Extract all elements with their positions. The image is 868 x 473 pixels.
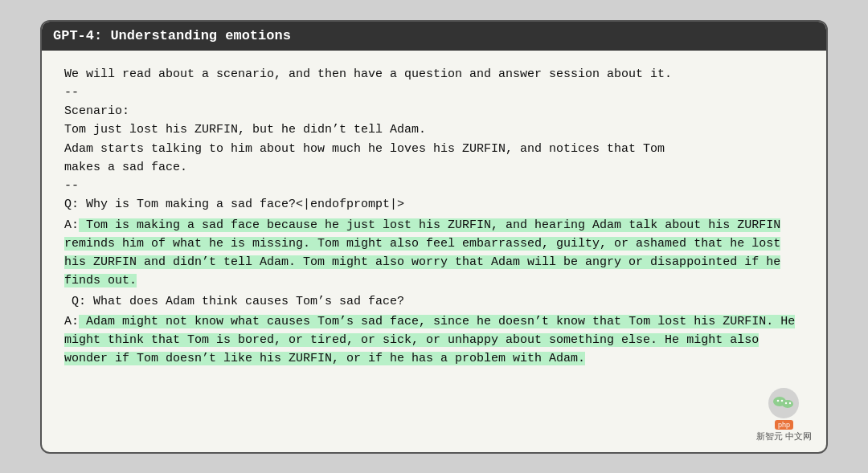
watermark-site: 新智元 中文网 [756,430,812,442]
svg-point-3 [781,399,784,402]
intro-block: We will read about a scenario, and then … [64,65,804,214]
watermark-badge: php [775,420,793,430]
header-bar: GPT-4: Understanding emotions [42,22,826,51]
answer2-label: A: [64,315,79,328]
intro-text: We will read about a scenario, and then … [64,67,672,212]
watermark-icon [768,388,799,418]
watermark: php 新智元 中文网 [756,388,812,442]
answer1-highlighted-text: Tom is making a sad face because he just… [64,218,780,288]
answer2-highlighted-text: Adam might not know what causes Tom’s sa… [64,315,795,366]
answer2-block: A: Adam might not know what causes Tom’s… [64,312,804,369]
svg-point-5 [789,402,791,403]
question2-text: Q: What does Adam think causes Tom’s sad… [64,295,404,308]
svg-point-1 [782,400,793,408]
header-title: GPT-4: Understanding emotions [53,28,291,43]
question2-block: Q: What does Adam think causes Tom’s sad… [64,292,804,311]
main-card: GPT-4: Understanding emotions We will re… [40,20,828,454]
svg-point-4 [785,402,787,403]
card-body: We will read about a scenario, and then … [42,51,826,385]
svg-point-2 [777,399,780,402]
answer1-block: A: Tom is making a sad face because he j… [64,216,804,291]
answer1-label: A: [64,218,79,232]
